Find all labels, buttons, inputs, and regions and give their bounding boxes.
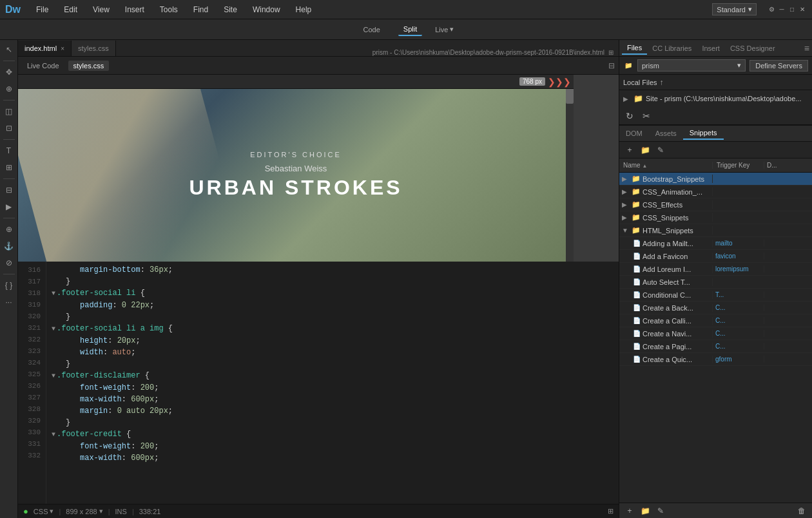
resize-arrows[interactable]: ❯❯❯ [548,77,571,87]
site-folder-icon: 📁 [624,62,632,69]
file-path-icon[interactable]: ⊞ [608,49,614,56]
new-folder-icon[interactable]: 📁 [639,504,652,517]
live-code-tab[interactable]: Live Code [22,61,64,71]
add-snippet-icon[interactable]: + [623,504,636,517]
snippets-new-icon[interactable]: + [623,144,636,157]
tab-index-html-close[interactable]: × [61,45,64,52]
snippets-edit-icon[interactable]: ✎ [654,144,667,157]
snippet-row-create-quic[interactable]: 📄 Create a Quic... gform [619,353,812,366]
select-tool[interactable]: ↖ [2,43,16,57]
local-files-up-icon[interactable]: ↑ [660,78,664,87]
code-line-321: ▼ .footer-social li a img { [52,323,619,335]
code-editor[interactable]: 316 317 318 319 320 321 322 323 324 325 … [18,262,619,504]
snippet-row-conditional[interactable]: 📄 Conditional C... T... [619,289,812,302]
filter-icon[interactable]: ⊟ [608,61,615,70]
minimize-button[interactable]: ─ [777,5,786,14]
workspace-dropdown[interactable]: Standard ▾ [712,3,757,15]
gear-icon[interactable]: ⚙ [767,5,776,14]
snippets-list[interactable]: ▶ 📁 Bootstrap_Snippets ▶ 📁 CSS_Animation… [619,173,812,503]
right-panel-more-icon[interactable]: ≡ [804,43,809,53]
snippet-tool[interactable]: { } [2,278,16,293]
col-name[interactable]: Name ▲ [619,162,713,169]
bottom-tab-dom[interactable]: DOM [619,128,649,139]
code-line-319: padding: 0 22px; [52,300,619,311]
tree-arrow-site: ▶ [623,95,631,102]
element-tool[interactable]: ◫ [2,104,16,119]
table-tool[interactable]: ⊟ [2,183,16,197]
define-servers-button[interactable]: Define Servers [749,60,808,72]
snippet-row-favicon[interactable]: 📄 Add a Favicon favicon [619,250,812,263]
snippet-row-css-snippets[interactable]: ▶ 📁 CSS_Snippets [619,211,812,224]
col-d[interactable]: D... [764,162,777,169]
media-tool[interactable]: ▶ [2,200,16,214]
col-trigger[interactable]: Trigger Key [713,162,764,169]
bottom-tab-assets[interactable]: Assets [649,128,683,139]
tree-row-site[interactable]: ▶ 📁 Site - prism (C:\Users\nishkuma\Desk… [619,91,812,106]
snippet-action-icon[interactable]: ✂ [640,110,653,122]
menu-edit[interactable]: Edit [61,4,80,15]
tool-separator-6 [3,274,15,274]
center-area: index.html × styles.css prism - C:\Users… [18,40,619,518]
snippet-row-create-back[interactable]: 📄 Create a Back... C... [619,302,812,314]
preview-scrollbar[interactable] [566,75,574,262]
snippet-row-autoselect[interactable]: 📄 Auto Select T... [619,276,812,289]
right-tab-css-designer[interactable]: CSS Designer [725,43,780,54]
hand-tool[interactable]: ✥ [2,65,16,79]
line-num: 320 [18,311,41,322]
menu-file[interactable]: File [34,4,51,15]
insert-div-tool[interactable]: ⊡ [2,121,16,135]
tab-styles-css[interactable]: styles.css [72,41,116,56]
split-view-button[interactable]: Split [398,23,422,36]
text-tool[interactable]: T [2,144,16,158]
bottom-panel-tabs: DOM Assets Snippets [619,125,812,142]
fold-arrow-330[interactable]: ▼ [52,429,55,441]
status-ok-icon: ● [23,506,28,516]
maximize-button[interactable]: □ [788,5,797,14]
snippet-row-css-effects[interactable]: ▶ 📁 CSS_Effects [619,198,812,211]
snippet-row-css-animation[interactable]: ▶ 📁 CSS_Animation_... [619,186,812,198]
menu-site[interactable]: Site [221,4,240,15]
snippets-folder-icon[interactable]: 📁 [639,144,652,157]
snippet-row-create-calli[interactable]: 📄 Create a Calli... C... [619,314,812,327]
menu-insert[interactable]: Insert [122,4,147,15]
left-toolbar: ↖ ✥ ⊕ ◫ ⊡ T ⊞ ⊟ ▶ ⊕ ⚓ ⊘ { } ··· [0,40,18,518]
more-tools[interactable]: ··· [2,295,16,309]
live-view-dropdown[interactable]: Live ▾ [435,25,454,34]
snippet-row-create-pagi[interactable]: 📄 Create a Pagi... C... [619,340,812,353]
refresh-icon[interactable]: ↻ [623,110,636,122]
language-dropdown[interactable]: CSS ▾ [34,507,54,515]
snippet-row-bootstrap[interactable]: ▶ 📁 Bootstrap_Snippets [619,173,812,186]
code-view-button[interactable]: Code [358,24,385,35]
styles-css-tab[interactable]: styles.css [68,61,110,71]
menu-window[interactable]: Window [250,4,283,15]
fold-arrow-325[interactable]: ▼ [52,370,55,382]
site-selector-dropdown[interactable]: prism ▾ [637,59,746,72]
snippet-row-html-snippets[interactable]: ▼ 📁 HTML_Snippets [619,224,812,237]
edit-snippet-icon[interactable]: ✎ [654,504,667,517]
menu-find[interactable]: Find [191,4,211,15]
snippet-row-create-navi[interactable]: 📄 Create a Navi... C... [619,327,812,340]
screen-icon[interactable]: ⊞ [608,507,614,515]
fold-arrow-318[interactable]: ▼ [52,288,55,300]
menu-tools[interactable]: Tools [157,4,180,15]
tab-index-html[interactable]: index.html × [18,41,72,56]
dimensions-display[interactable]: 899 x 288 ▾ [66,507,102,515]
bottom-tab-snippets[interactable]: Snippets [683,127,724,140]
right-tab-cc-libraries[interactable]: CC Libraries [647,43,697,54]
line-num: 317 [18,276,41,287]
close-button[interactable]: ✕ [798,5,807,14]
right-tab-files[interactable]: Files [622,42,647,55]
image-tool[interactable]: ⊞ [2,160,16,175]
menu-view[interactable]: View [90,4,112,15]
snippet-row-mailto[interactable]: 📄 Adding a Mailt... mailto [619,237,812,250]
right-tab-insert[interactable]: Insert [697,43,725,54]
zoom-tool[interactable]: ⊕ [2,82,16,96]
snippet-row-lorem[interactable]: 📄 Add Loreum I... loremipsum [619,263,812,276]
link-tool[interactable]: ⊕ [2,222,16,236]
delete-snippet-icon[interactable]: 🗑 [795,504,808,517]
fold-arrow-321[interactable]: ▼ [52,323,55,335]
anchor-tool[interactable]: ⚓ [2,239,16,253]
code-text[interactable]: margin-bottom: 36px; } ▼ .footer-social … [46,262,619,504]
comment-tool[interactable]: ⊘ [2,256,16,270]
menu-help[interactable]: Help [293,4,314,15]
